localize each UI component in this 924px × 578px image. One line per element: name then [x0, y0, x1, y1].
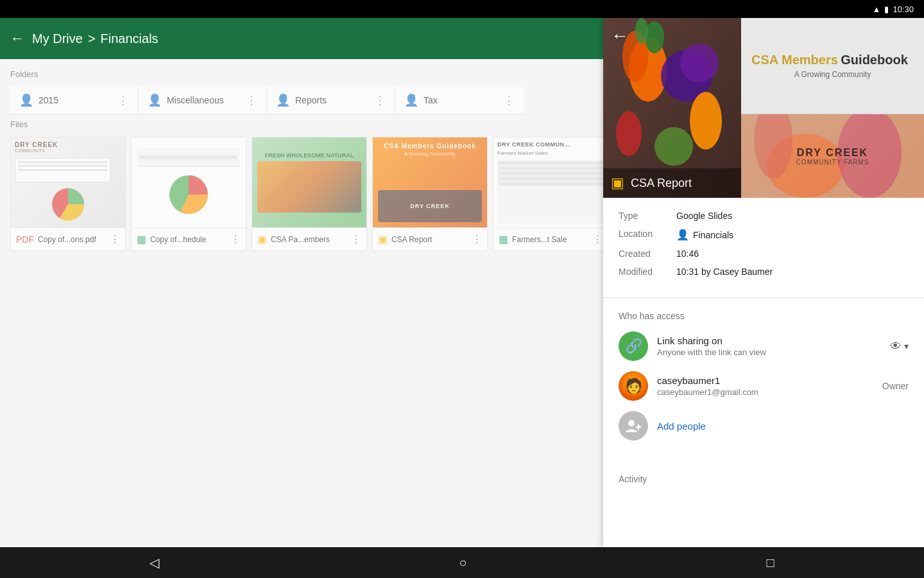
access-item-add-people[interactable]: Add people [619, 411, 909, 441]
folder-icon-2015: 👤 [19, 93, 33, 107]
created-value: 10:46 [676, 249, 699, 259]
link-sharing-role[interactable]: 👁 ▾ [890, 340, 909, 353]
detail-back-button[interactable]: ← [611, 26, 629, 46]
location-folder-icon: 👤 [676, 229, 689, 241]
link-sharing-sub: Anyone with the link can view [657, 347, 881, 357]
drycreek-sub: COMMUNITY FARMS [796, 159, 869, 166]
chevron-down-icon: ▾ [904, 341, 909, 351]
detail-panel: ← [603, 18, 924, 547]
location-value: 👤 Financials [676, 229, 733, 241]
folder-name-tax: Tax [424, 95, 438, 105]
sheets-type-icon-2: ▦ [499, 233, 508, 245]
file-more-pdf[interactable]: ⋮ [110, 233, 120, 245]
folder-name-reports: Reports [295, 95, 327, 105]
avatar-link-sharing: 🔗 [619, 331, 648, 361]
file-thumbnail-farmers: DRY CREEK COMMUN... Farmers Market Sales [493, 137, 608, 227]
file-thumbnail-schedule [132, 137, 246, 227]
sheets-type-icon-1: ▦ [137, 233, 146, 245]
folder-icon-reports: 👤 [276, 93, 290, 107]
folder-item-misc[interactable]: 👤 Miscellaneous ⋮ [139, 87, 267, 114]
nav-recents-button[interactable]: □ [766, 556, 774, 570]
file-item-drycreek-pdf[interactable]: DRY CREEK COMMUNITY [10, 137, 126, 251]
created-label: Created [619, 249, 676, 259]
csa-subtitle: A Growing Community [794, 70, 871, 79]
folder-name-misc: Miscellaneous [167, 95, 224, 105]
file-bottom-csa-report: ▣ CSA Report ⋮ [373, 227, 487, 250]
access-info-add: Add people [657, 421, 909, 432]
csa-guidebook-card: CSA Members Guidebook A Growing Communit… [741, 18, 924, 114]
file-bottom-farmers: ▦ Farmers...t Sale ⋮ [493, 227, 608, 250]
user-avatar-image: 🧑 [619, 371, 648, 401]
detail-row-created: Created 10:46 [619, 249, 909, 259]
folder-icon-misc: 👤 [148, 93, 162, 107]
svg-point-11 [654, 127, 693, 166]
detail-row-type: Type Google Slides [619, 211, 909, 221]
file-name-csa-members: CSA Pa...embers [271, 235, 330, 244]
breadcrumb-separator: > [88, 31, 96, 46]
detail-info-section: Type Google Slides Location 👤 Financials… [603, 198, 924, 298]
location-label: Location [619, 229, 676, 239]
drycreek-title: DRY CREEK [796, 147, 869, 159]
file-name-csa-report: CSA Report [391, 235, 432, 244]
file-bottom-pdf: PDF Copy of...ons.pdf ⋮ [11, 227, 125, 250]
access-item-link: 🔗 Link sharing on Anyone with the link c… [619, 331, 909, 361]
user-email: caseybaumer1@gmail.com [657, 387, 873, 397]
file-more-schedule[interactable]: ⋮ [230, 233, 241, 245]
detail-header: ← [603, 18, 924, 198]
file-item-csa-members[interactable]: FRESH WHOLESOME NATURAL ▣ CSA Pa...ember… [252, 137, 367, 251]
pdf-type-icon: PDF [16, 234, 34, 245]
file-more-csa-members[interactable]: ⋮ [351, 233, 361, 245]
status-bar: ▲ ▮ 10:30 [0, 0, 924, 18]
svg-point-16 [628, 420, 635, 426]
avatar-user: 🧑 [619, 371, 648, 401]
access-info-user: caseybaumer1 caseybaumer1@gmail.com [657, 375, 873, 397]
slides-type-icon-2: ▣ [378, 233, 388, 245]
access-info-link: Link sharing on Anyone with the link can… [657, 335, 881, 357]
type-label: Type [619, 211, 676, 221]
modified-label: Modified [619, 267, 676, 277]
folder-more-tax[interactable]: ⋮ [503, 93, 515, 107]
file-bottom-csa-members: ▣ CSA Pa...embers ⋮ [252, 227, 366, 250]
folder-item-reports[interactable]: 👤 Reports ⋮ [267, 87, 395, 114]
file-name-schedule: Copy of...hedule [150, 235, 206, 244]
folder-item-tax[interactable]: 👤 Tax ⋮ [395, 87, 524, 114]
wifi-icon: ▲ [873, 4, 881, 14]
file-item-farmers[interactable]: DRY CREEK COMMUN... Farmers Market Sales [493, 137, 608, 251]
folder-item-2015[interactable]: 👤 2015 ⋮ [10, 87, 139, 114]
detail-row-location: Location 👤 Financials [619, 229, 909, 241]
file-name-pdf: Copy of...ons.pdf [38, 235, 96, 244]
add-people-label[interactable]: Add people [657, 421, 909, 432]
activity-section: Activity [603, 464, 924, 495]
nav-home-button[interactable]: ○ [459, 556, 466, 570]
folder-icon-tax: 👤 [404, 93, 418, 107]
svg-point-7 [645, 21, 664, 53]
file-thumbnail-pdf: DRY CREEK COMMUNITY [11, 137, 125, 227]
file-overlay-name: CSA Report [631, 177, 692, 190]
breadcrumb-my-drive[interactable]: My Drive [32, 31, 83, 46]
dry-creek-card: DRY CREEK COMMUNITY FARMS [741, 114, 924, 198]
folder-more-reports[interactable]: ⋮ [374, 93, 386, 107]
file-more-farmers[interactable]: ⋮ [592, 233, 603, 245]
add-person-icon [624, 417, 642, 435]
svg-point-6 [680, 44, 719, 82]
link-sharing-name: Link sharing on [657, 335, 881, 346]
file-thumbnail-csa-members: FRESH WHOLESOME NATURAL [252, 137, 366, 227]
nav-back-button[interactable]: ◁ [150, 555, 159, 570]
breadcrumb: My Drive > Financials [32, 31, 158, 46]
detail-row-modified: Modified 10:31 by Casey Baumer [619, 267, 909, 277]
back-button[interactable]: ← [10, 30, 24, 47]
file-more-csa-report[interactable]: ⋮ [472, 233, 482, 245]
file-item-csa-report[interactable]: CSA Members Guidebook A Growing Communit… [372, 137, 488, 251]
slides-type-icon-1: ▣ [257, 233, 267, 245]
access-section: Who has access 🔗 Link sharing on Anyone … [603, 298, 924, 464]
svg-point-10 [616, 111, 642, 156]
eye-icon: 👁 [890, 340, 902, 353]
avatar-add-people [619, 411, 648, 441]
folder-more-2015[interactable]: ⋮ [117, 93, 129, 107]
file-item-schedule[interactable]: ▦ Copy of...hedule ⋮ [131, 137, 246, 251]
file-thumbnail-csa-report: CSA Members Guidebook A Growing Communit… [373, 137, 487, 227]
folder-more-misc[interactable]: ⋮ [246, 93, 257, 107]
user-role: Owner [882, 381, 909, 391]
time-display: 10:30 [893, 4, 914, 14]
breadcrumb-financials[interactable]: Financials [101, 31, 158, 46]
